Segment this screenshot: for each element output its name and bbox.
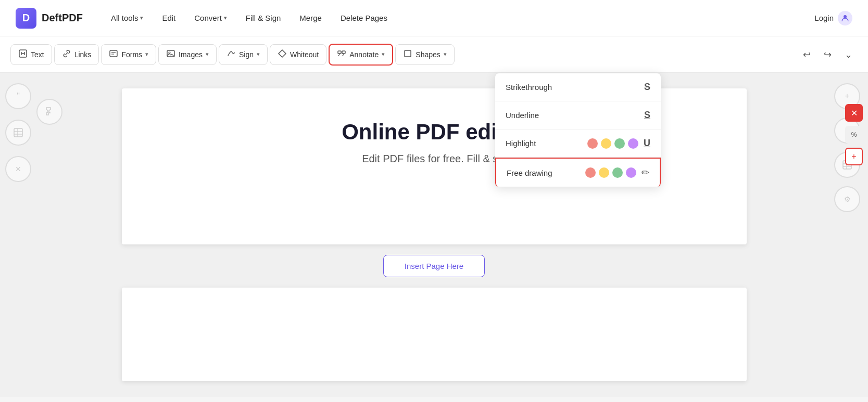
chevron-down-icon: ▾ bbox=[382, 51, 385, 58]
free-drawing-colors: ✏ bbox=[585, 167, 649, 178]
nav-item-merge[interactable]: Merge bbox=[292, 9, 329, 27]
pdf-area: Online PDF editor Edit PDF files for fre… bbox=[0, 73, 868, 397]
image-icon bbox=[166, 49, 175, 60]
svg-point-0 bbox=[844, 15, 847, 18]
underline-icon: S bbox=[644, 110, 650, 121]
toolbar: Text Links Forms ▾ bbox=[0, 36, 868, 73]
undo-button[interactable]: ↩ bbox=[797, 45, 816, 64]
images-tool-button[interactable]: Images ▾ bbox=[158, 44, 217, 65]
redo-button[interactable]: ↪ bbox=[818, 45, 837, 64]
svg-rect-5 bbox=[110, 50, 117, 57]
forms-tool-button[interactable]: Forms ▾ bbox=[101, 44, 156, 65]
chevron-down-icon: ▾ bbox=[140, 15, 143, 21]
quote-icon bbox=[337, 49, 346, 60]
chevron-down-icon: ▾ bbox=[257, 51, 260, 58]
login-button[interactable]: Login bbox=[814, 11, 852, 25]
svg-rect-11 bbox=[342, 51, 345, 54]
nav-item-all-tools[interactable]: All tools ▾ bbox=[104, 9, 151, 27]
nav-item-convert[interactable]: Convert ▾ bbox=[187, 9, 234, 27]
text-tool-button[interactable]: Text bbox=[10, 44, 52, 65]
links-tool-button[interactable]: Links bbox=[54, 44, 99, 65]
chevron-down-icon: ▾ bbox=[145, 51, 148, 58]
chevron-down-icon: ▾ bbox=[444, 51, 447, 58]
drawing-color-red[interactable] bbox=[585, 167, 596, 178]
svg-rect-12 bbox=[405, 50, 411, 57]
highlight-option[interactable]: Highlight U bbox=[495, 129, 661, 158]
color-red[interactable] bbox=[587, 138, 598, 149]
svg-rect-10 bbox=[338, 51, 341, 54]
logo-icon: D bbox=[16, 8, 36, 29]
highlight-u-icon: U bbox=[644, 138, 650, 149]
svg-point-9 bbox=[169, 52, 170, 54]
whiteout-tool-button[interactable]: Whiteout bbox=[270, 44, 326, 65]
strikethrough-icon: S bbox=[644, 82, 650, 93]
floating-person-icon: ⚙ bbox=[834, 186, 860, 212]
nav-item-edit[interactable]: Edit bbox=[155, 9, 183, 27]
zoom-in-button[interactable]: + bbox=[845, 148, 863, 165]
shapes-tool-button[interactable]: Shapes ▾ bbox=[395, 44, 454, 65]
text-cursor-icon bbox=[18, 49, 28, 60]
forms-icon bbox=[109, 49, 118, 60]
nav-item-fill-sign[interactable]: Fill & Sign bbox=[238, 9, 288, 27]
color-yellow[interactable] bbox=[601, 138, 611, 149]
delete-page-button[interactable]: ✕ bbox=[845, 104, 863, 122]
user-icon bbox=[838, 11, 852, 25]
free-drawing-option[interactable]: Free drawing ✏ bbox=[495, 158, 661, 187]
main-content: " ✕ Online PDF editor Edit PDF files for… bbox=[0, 73, 868, 397]
insert-page-button[interactable]: Insert Page Here bbox=[383, 255, 485, 277]
annotate-dropdown: Strikethrough S Underline S Highlight U … bbox=[495, 73, 661, 187]
zoom-percent-button[interactable]: % bbox=[845, 126, 863, 144]
logo-text: DeftPDF bbox=[42, 12, 83, 24]
logo-area[interactable]: D DeftPDF bbox=[16, 8, 83, 29]
strikethrough-option[interactable]: Strikethrough S bbox=[495, 73, 661, 101]
right-sidebar: ✕ % + bbox=[845, 104, 863, 165]
diamond-icon bbox=[278, 49, 287, 60]
toolbar-right: ↩ ↪ ⌄ bbox=[797, 45, 858, 64]
sign-tool-button[interactable]: Sign ▾ bbox=[219, 44, 268, 65]
sign-icon bbox=[227, 49, 236, 60]
highlight-colors: U bbox=[587, 138, 650, 149]
drawing-color-purple[interactable] bbox=[626, 167, 636, 178]
more-button[interactable]: ⌄ bbox=[839, 45, 858, 64]
shapes-icon bbox=[403, 49, 412, 60]
drawing-color-green[interactable] bbox=[612, 167, 623, 178]
drawing-color-yellow[interactable] bbox=[599, 167, 609, 178]
pdf-page-2 bbox=[122, 288, 747, 381]
chevron-down-icon: ▾ bbox=[206, 51, 209, 58]
annotate-tool-button[interactable]: Annotate ▾ bbox=[329, 44, 393, 66]
chevron-down-icon: ▾ bbox=[224, 15, 227, 21]
underline-option[interactable]: Underline S bbox=[495, 101, 661, 129]
nav-links: All tools ▾ Edit Convert ▾ Fill & Sign M… bbox=[104, 9, 814, 27]
link-icon bbox=[62, 49, 71, 60]
nav-item-delete-pages[interactable]: Delete Pages bbox=[333, 9, 395, 27]
pencil-icon: ✏ bbox=[641, 167, 649, 178]
color-green[interactable] bbox=[614, 138, 625, 149]
navbar: D DeftPDF All tools ▾ Edit Convert ▾ Fil… bbox=[0, 0, 868, 36]
color-purple[interactable] bbox=[628, 138, 638, 149]
